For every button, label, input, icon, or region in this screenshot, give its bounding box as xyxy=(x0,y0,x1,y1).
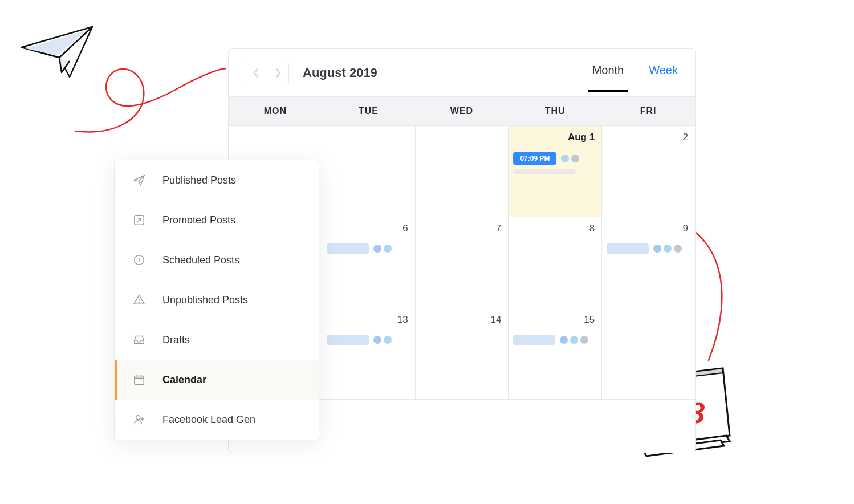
channel-icons xyxy=(560,336,588,344)
google-icon xyxy=(674,245,682,253)
channel-icons xyxy=(373,245,392,253)
event-row[interactable] xyxy=(327,243,410,254)
calendar-title: August 2019 xyxy=(303,66,377,80)
dow-fri: FRI xyxy=(601,97,695,125)
sidebar-item-label: Promoted Posts xyxy=(162,214,235,226)
sidebar-item-label: Scheduled Posts xyxy=(162,254,239,266)
day-cell[interactable]: 13 xyxy=(322,308,416,399)
red-scribble-decor xyxy=(68,46,228,143)
facebook-icon xyxy=(373,245,381,253)
sidebar-item-drafts[interactable]: Drafts xyxy=(115,320,319,360)
sidebar-item-published[interactable]: Published Posts xyxy=(115,160,319,200)
arrow-out-icon xyxy=(132,213,147,227)
calendar-icon xyxy=(132,372,147,387)
sidebar-item-label: Unpublished Posts xyxy=(162,294,248,306)
dow-thu: THU xyxy=(509,97,602,125)
calendar-nav xyxy=(245,62,289,84)
date-label: 2 xyxy=(683,132,688,143)
day-cell[interactable]: 6 xyxy=(322,217,416,308)
dow-tue: TUE xyxy=(322,97,416,125)
date-label: 9 xyxy=(683,223,688,234)
day-cell[interactable]: 15 xyxy=(509,308,602,399)
date-label: 15 xyxy=(584,314,595,326)
svg-rect-3 xyxy=(135,376,144,385)
tab-week[interactable]: Week xyxy=(648,60,679,85)
svg-point-4 xyxy=(136,416,140,420)
date-label: 13 xyxy=(397,314,408,326)
twitter-icon xyxy=(561,155,569,162)
event-row[interactable]: 07:09 PM xyxy=(513,152,597,165)
clock-icon xyxy=(132,253,147,267)
event-stub xyxy=(513,169,576,174)
sidebar-item-promoted[interactable]: Promoted Posts xyxy=(115,200,319,240)
sidebar-item-scheduled[interactable]: Scheduled Posts xyxy=(115,240,319,280)
day-cell[interactable] xyxy=(602,308,695,399)
next-month-button[interactable] xyxy=(267,62,288,84)
twitter-icon xyxy=(664,245,672,253)
prev-month-button[interactable] xyxy=(245,62,267,84)
day-cell[interactable]: 9 xyxy=(602,217,695,308)
facebook-icon xyxy=(653,245,661,253)
dow-mon: MON xyxy=(229,97,322,125)
twitter-icon xyxy=(384,245,392,253)
sidebar-item-calendar[interactable]: Calendar xyxy=(115,360,319,400)
dow-wed: WED xyxy=(415,97,509,125)
date-label: 7 xyxy=(496,223,501,234)
event-time-pill: 07:09 PM xyxy=(513,152,556,165)
facebook-icon xyxy=(560,336,568,344)
event-pill xyxy=(327,243,369,254)
svg-point-2 xyxy=(139,302,139,303)
event-row[interactable] xyxy=(513,335,597,345)
person-add-icon xyxy=(132,412,147,427)
date-label: 14 xyxy=(490,314,501,326)
twitter-icon xyxy=(570,336,578,344)
google-icon xyxy=(580,336,588,344)
channel-icons xyxy=(653,245,682,253)
date-label: 8 xyxy=(589,223,595,234)
sidebar-item-leadgen[interactable]: Facebook Lead Gen xyxy=(115,400,319,440)
sidebar-item-label: Drafts xyxy=(162,334,190,346)
facebook-icon xyxy=(373,336,381,344)
sidebar-item-label: Calendar xyxy=(162,374,206,386)
calendar-header: August 2019 Month Week xyxy=(229,49,695,96)
day-cell[interactable] xyxy=(322,126,416,217)
event-pill xyxy=(513,335,555,345)
channel-icons xyxy=(373,336,392,344)
event-row[interactable] xyxy=(607,243,690,254)
google-icon xyxy=(571,155,579,162)
sidebar-item-unpublished[interactable]: Unpublished Posts xyxy=(115,280,319,320)
twitter-icon xyxy=(384,336,392,344)
view-tabs: Month Week xyxy=(591,60,679,85)
day-cell[interactable]: 14 xyxy=(416,308,509,399)
day-cell[interactable] xyxy=(416,126,509,217)
event-row[interactable] xyxy=(327,335,410,345)
day-cell[interactable]: 2 xyxy=(602,126,695,217)
day-cell-today[interactable]: Aug 1 07:09 PM xyxy=(509,126,602,217)
day-cell[interactable]: 8 xyxy=(509,217,602,308)
day-cell[interactable]: 7 xyxy=(416,217,509,308)
tab-month[interactable]: Month xyxy=(591,60,625,85)
sidebar-menu: Published Posts Promoted Posts Scheduled… xyxy=(114,160,319,440)
channel-icons xyxy=(561,155,579,162)
date-label: 6 xyxy=(402,223,408,234)
sidebar-item-label: Published Posts xyxy=(162,174,236,186)
sidebar-item-label: Facebook Lead Gen xyxy=(162,414,255,426)
days-of-week-row: MON TUE WED THU FRI xyxy=(229,96,695,126)
event-pill xyxy=(607,243,649,254)
event-pill xyxy=(327,335,369,345)
date-label: Aug 1 xyxy=(568,132,595,143)
paper-plane-icon xyxy=(132,173,147,188)
warning-icon xyxy=(132,292,147,307)
tray-icon xyxy=(132,332,147,347)
